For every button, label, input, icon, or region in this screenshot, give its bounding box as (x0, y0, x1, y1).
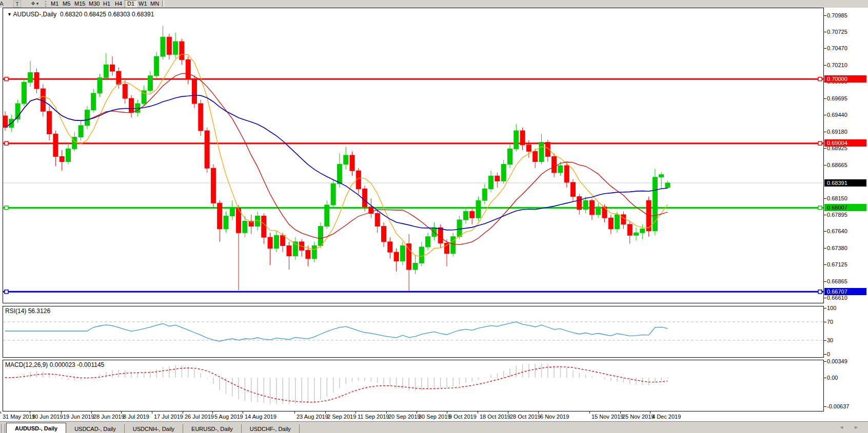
date-axis[interactable]: 31 May 201910 Jun 201919 Jun 201928 Jun … (0, 411, 868, 421)
price-axis-tick (824, 215, 826, 215)
price-axis-label: 0.70985 (827, 12, 847, 18)
timeframe-button-m15[interactable]: M15 (72, 0, 87, 7)
mt4-window: { "toolbar": { "left_icons": [ {"name": … (0, 0, 868, 433)
price-axis-tick (824, 264, 826, 265)
date-axis-label: 4 Dec 2019 (652, 414, 681, 420)
date-axis-tick (325, 411, 326, 414)
price-axis-tick (824, 198, 826, 199)
macd-axis-label: 0.00349 (827, 358, 847, 364)
text-tool-icon[interactable]: T (13, 1, 21, 8)
price-badge-0.69004: 0.69004 (824, 139, 866, 147)
macd-axis-tick (824, 406, 826, 407)
timeframe-button-m5[interactable]: M5 (61, 0, 72, 7)
chart-ohlc-values: 0.68320 0.68425 0.68303 0.68391 (60, 11, 154, 18)
tab-scroll-arrows[interactable]: ◄ ► (839, 424, 863, 430)
price-axis-label: 0.68665 (827, 162, 847, 168)
date-axis-tick (620, 411, 621, 414)
chevron-down-icon[interactable]: ▼ (7, 12, 12, 17)
date-axis-label: 31 May 2019 (3, 414, 35, 420)
chart-tab-usdcad[interactable]: USDCAD-, Daily (66, 424, 125, 433)
annotation-a-icon[interactable]: A (0, 0, 5, 7)
date-axis-label: 15 Nov 2019 (591, 414, 623, 420)
timeframe-button-m30[interactable]: M30 (87, 0, 102, 7)
macd-axis-label: 0.00 (827, 375, 838, 381)
rsi-axis-tick (824, 322, 826, 322)
date-axis-label: 9 Oct 2019 (449, 414, 477, 420)
date-axis-tick (183, 411, 183, 414)
date-axis-label: 8 Jul 2019 (123, 414, 149, 420)
price-axis-tick (824, 32, 826, 32)
date-axis-label: 30 Sep 2019 (419, 414, 450, 420)
price-axis-tick (824, 298, 826, 298)
date-axis-tick (243, 411, 243, 414)
timeframe-button-h1[interactable]: H1 (101, 0, 112, 7)
rsi-axis-label: 0 (827, 351, 830, 357)
rsi-axis-label: 70 (827, 319, 833, 325)
date-axis-tick (91, 411, 92, 414)
price-chart-panel[interactable] (3, 8, 824, 303)
price-axis-tick (824, 132, 826, 132)
date-axis-tick (508, 411, 508, 414)
chart-symbol-label: AUDUSD-,Daily (13, 11, 57, 18)
price-axis-label: 0.66610 (827, 295, 847, 301)
chart-tab-usdcnh[interactable]: USDCNH-, Daily (125, 424, 183, 433)
timeframe-button-m1[interactable]: M1 (49, 0, 61, 7)
date-axis-tick (294, 411, 295, 414)
date-axis-tick (1, 411, 1, 414)
price-axis-label: 0.69440 (827, 112, 847, 118)
date-axis-tick (478, 411, 478, 414)
timeframe-button-d1[interactable]: D1 (125, 0, 137, 8)
timeframe-button-mn[interactable]: MN (148, 0, 161, 7)
date-axis-tick (417, 411, 417, 414)
date-axis-label: 18 Oct 2019 (480, 414, 510, 420)
toolbar-separator (162, 1, 164, 7)
date-axis-label: 28 Jun 2019 (93, 414, 125, 420)
date-axis-tick (386, 411, 387, 414)
price-axis-label: 0.70470 (827, 45, 847, 51)
price-axis-label: 0.70210 (827, 62, 847, 68)
price-axis-tick (824, 98, 826, 99)
price-badge-0.68007: 0.68007 (824, 204, 866, 211)
date-axis-label: 14 Aug 2019 (245, 414, 277, 420)
date-axis-label: 25 Nov 2019 (622, 414, 654, 420)
price-axis-tick (824, 15, 826, 16)
macd-axis-tick (824, 361, 826, 362)
macd-label: MACD(12,26,9) 0.000023 -0.001145 (5, 361, 104, 368)
price-axis-tick (824, 281, 826, 282)
rsi-label: RSI(14) 56.3126 (5, 307, 50, 315)
price-axis-label: 0.67380 (827, 245, 847, 251)
timeframe-button-w1[interactable]: W1 (136, 0, 149, 7)
date-axis-tick (538, 411, 539, 414)
toolbar-grip[interactable] (45, 1, 48, 7)
date-axis-tick (589, 411, 590, 414)
price-axis-tick (824, 148, 826, 149)
date-axis-tick (650, 411, 650, 414)
chart-title: ▼ AUDUSD-,Daily 0.68320 0.68425 0.68303 … (7, 11, 154, 18)
price-axis-label: 0.67125 (827, 261, 847, 267)
price-axis-label: 0.69180 (827, 129, 847, 135)
rsi-axis-label: 100 (827, 305, 836, 311)
rsi-panel[interactable] (3, 306, 824, 358)
rsi-axis-tick (824, 340, 826, 341)
chart-tab-eurusd[interactable]: EURUSD-, Daily (183, 424, 242, 433)
price-axis-label: 0.67895 (827, 212, 847, 218)
rsi-axis-label: 30 (827, 337, 833, 343)
price-axis-tick (824, 48, 826, 49)
macd-axis-label: -0.00637 (827, 403, 849, 409)
date-axis-tick (212, 411, 213, 414)
date-axis-tick (61, 411, 62, 414)
macd-panel[interactable] (3, 360, 824, 411)
timeframe-button-h4[interactable]: H4 (113, 0, 124, 7)
tabbar-grip[interactable] (1, 424, 5, 433)
date-axis-tick (30, 411, 30, 414)
cursor-mode-icon[interactable]: ✥ ▾ (28, 0, 42, 7)
date-axis-label: 6 Nov 2019 (540, 414, 569, 420)
date-axis-label: 26 Jul 2019 (185, 414, 214, 420)
price-axis-tick (824, 165, 826, 166)
date-axis-tick (356, 411, 356, 414)
date-axis-label: 19 Jun 2019 (63, 414, 94, 420)
date-axis-label: 5 Aug 2019 (214, 414, 243, 420)
chart-tab-usdchf[interactable]: USDCHF-, Daily (242, 424, 300, 433)
rsi-axis-tick (824, 354, 826, 355)
chart-tab-audusd[interactable]: AUDUSD-, Daily (6, 423, 66, 433)
